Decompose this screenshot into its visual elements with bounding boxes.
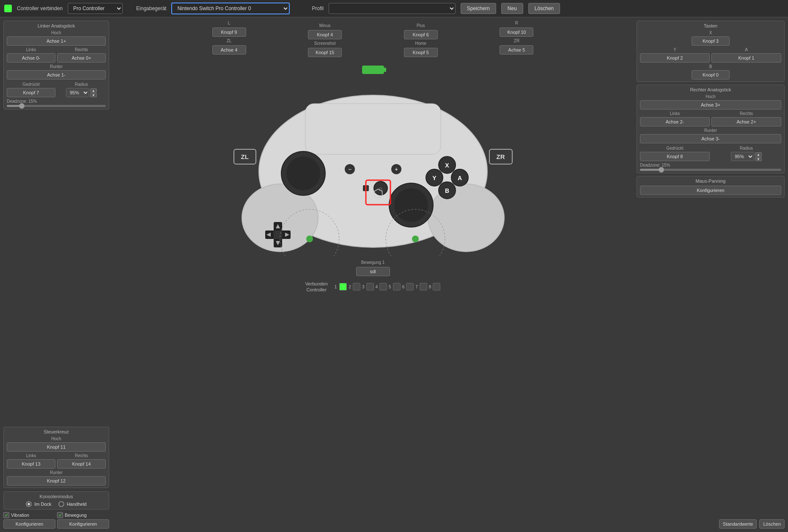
ZR-float-btn[interactable]: ZR <box>489 149 513 165</box>
r-radius-select[interactable]: 95% <box>731 152 754 161</box>
X-label: X <box>709 30 712 35</box>
Y-btn[interactable]: Knopf 2 <box>640 53 710 63</box>
im-dock-radio[interactable]: Im Dock <box>26 501 51 507</box>
num-2: 2 <box>349 285 351 289</box>
L-section: L Knopf 9 ZL Achse 4 <box>212 21 246 57</box>
plus-btn[interactable]: Knopf 6 <box>404 30 438 39</box>
r-radius-down-btn[interactable]: ▼ <box>755 157 762 161</box>
hoch-label: Hoch <box>51 30 61 35</box>
R-section: R Knopf 10 ZR Achse 5 <box>500 21 533 57</box>
handheld-radio[interactable]: Handheld <box>58 501 87 507</box>
verbunden-label: Verbunden <box>305 281 328 286</box>
r-deadzone-slider[interactable] <box>640 169 781 171</box>
sk-runter-btn[interactable]: Knopf 12 <box>7 476 106 485</box>
steuerkreuz-title: Steuerkreuz <box>7 429 106 434</box>
indicator-5 <box>393 283 401 291</box>
num-5: 5 <box>389 285 391 289</box>
center-panel: L Knopf 9 ZL Achse 4 Minus Knopf 4 Scree… <box>113 21 633 529</box>
sk-rechts-btn[interactable]: Knopf 14 <box>57 459 106 469</box>
loeschen-button[interactable]: Löschen <box>528 3 560 14</box>
R-btn[interactable]: Knopf 10 <box>500 27 533 37</box>
vibration-config-btn[interactable]: Konfigurieren <box>3 519 55 529</box>
gedrueckt-btn[interactable]: Knopf 7 <box>7 88 55 97</box>
runter-btn[interactable]: Achse 1- <box>7 70 106 80</box>
profil-label: Profil <box>312 5 323 11</box>
bewegung-checkbox[interactable]: ✓ <box>57 512 63 518</box>
deadzone-slider[interactable] <box>7 105 106 107</box>
center-top-row: L Knopf 9 ZL Achse 4 Minus Knopf 4 Scree… <box>212 21 534 57</box>
svg-text:Y: Y <box>432 175 437 181</box>
bewegung-check-row: ✓ Bewegung <box>57 512 109 518</box>
bewegung-config-btn[interactable]: Konfigurieren <box>57 519 109 529</box>
im-dock-radio-btn[interactable] <box>26 501 32 507</box>
num-7: 7 <box>415 285 418 289</box>
num-8: 8 <box>429 285 431 289</box>
radius-label: Radius <box>75 82 88 87</box>
steuerkreuz-box: Steuerkreuz Hoch Knopf 11 Links Knopf 13… <box>3 427 109 488</box>
r-runter-btn[interactable]: Achse 3- <box>640 134 781 143</box>
standardwerte-btn[interactable]: Standardwerte <box>719 519 757 529</box>
svg-rect-3 <box>305 104 441 154</box>
speichern-button[interactable]: Speichern <box>461 3 496 14</box>
r-gedrueckt-btn[interactable]: Knopf 8 <box>640 152 710 161</box>
eingabegeraet-dropdown[interactable]: Nintendo Switch Pro Controller 0 <box>171 3 290 14</box>
minus-btn[interactable]: Knopf 4 <box>308 30 342 39</box>
bewegung-label: Bewegung <box>65 513 87 518</box>
sk-hoch-btn[interactable]: Knopf 11 <box>7 442 106 452</box>
ZR-btn[interactable]: Achse 5 <box>500 45 533 55</box>
indicator-3 <box>366 283 374 291</box>
links-label: Links <box>26 47 36 52</box>
profile-dropdown[interactable]: Pro Controller <box>68 3 123 14</box>
ZL-btn[interactable]: Achse 4 <box>212 45 246 55</box>
ZL-float-btn[interactable]: ZL <box>233 149 256 165</box>
radius-up-btn[interactable]: ▲ <box>90 88 97 93</box>
links-btn[interactable]: Achse 0- <box>7 53 55 63</box>
vibration-check-row: ✓ Vibration <box>3 512 55 518</box>
profil-dropdown[interactable] <box>329 3 456 14</box>
tasten-title: Tasten <box>640 23 781 28</box>
final-loeschen-btn[interactable]: Löschen <box>759 519 785 529</box>
home-btn[interactable]: Knopf 5 <box>404 48 438 57</box>
num-1: 1 <box>335 285 337 289</box>
ZL-float-label[interactable]: ZL <box>233 149 256 165</box>
screenshot-btn[interactable]: Knopf 15 <box>308 48 342 57</box>
r-radius-up-btn[interactable]: ▲ <box>755 152 762 156</box>
minus-label: Minus <box>319 23 331 28</box>
main-content: Linker Analogstick Hoch Achse 1+ Links A… <box>0 17 788 532</box>
bewegung-btn[interactable]: sdl <box>356 267 390 276</box>
num-4: 4 <box>376 285 378 289</box>
radius-down-btn[interactable]: ▼ <box>90 93 97 97</box>
maus-btn[interactable]: Konfigurieren <box>640 186 781 195</box>
bottom-right-btns: Standardwerte Löschen <box>637 519 785 529</box>
left-analog-box: Linker Analogstick Hoch Achse 1+ Links A… <box>3 21 109 110</box>
B-label: B <box>709 64 712 69</box>
handheld-label: Handheld <box>67 502 87 507</box>
ZR-float-label[interactable]: ZR <box>489 149 513 165</box>
neu-button[interactable]: Neu <box>501 3 523 14</box>
hoch-btn[interactable]: Achse 1+ <box>7 36 106 46</box>
right-analog-title: Rechter Analogstick <box>640 87 781 92</box>
r-links-btn[interactable]: Achse 2- <box>640 117 710 126</box>
eingabegeraet-label: Eingabegerät <box>136 5 166 11</box>
radius-select[interactable]: 95% <box>66 88 89 97</box>
rechts-btn[interactable]: Achse 0+ <box>57 53 106 63</box>
r-hoch-btn[interactable]: Achse 3+ <box>640 100 781 110</box>
A-btn[interactable]: Knopf 1 <box>711 53 781 63</box>
r-runter-label: Runter <box>704 128 717 133</box>
controller-verbinden-label: Controller verbinden <box>17 5 63 11</box>
sk-runter-label: Runter <box>50 470 63 475</box>
X-btn[interactable]: Knopf 3 <box>692 36 730 46</box>
r-rechts-btn[interactable]: Achse 2+ <box>711 117 781 126</box>
controller-indicators: 1 2 3 4 5 6 7 8 <box>335 283 441 291</box>
sk-rechts-label: Rechts <box>75 453 88 458</box>
bottom-left: Konsolenmodus Im Dock Handheld <box>3 491 109 529</box>
handheld-radio-btn[interactable] <box>58 501 64 507</box>
indicator-6 <box>406 283 414 291</box>
B-btn[interactable]: Knopf 0 <box>692 70 730 80</box>
L-btn[interactable]: Knopf 9 <box>212 27 246 37</box>
svg-text:B: B <box>445 187 449 194</box>
vibration-label: Vibration <box>11 513 29 518</box>
vibration-checkbox[interactable]: ✓ <box>3 512 9 518</box>
minus-section: Minus Knopf 4 Screenshot Knopf 15 <box>308 23 342 57</box>
sk-links-btn[interactable]: Knopf 13 <box>7 459 55 469</box>
